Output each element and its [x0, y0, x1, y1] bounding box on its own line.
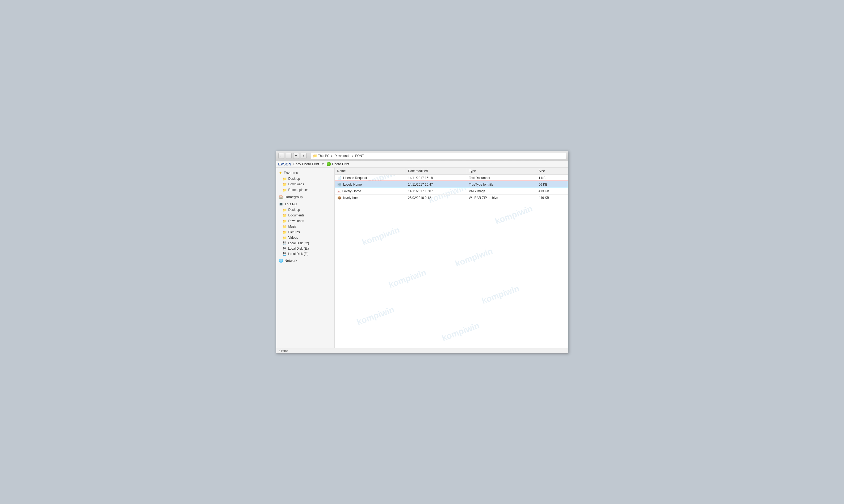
sidebar-item-recent-fav[interactable]: 📁 Recent places [276, 187, 334, 193]
watermark-5: kompiwin [454, 246, 494, 268]
folder-icon: 📁 [282, 177, 287, 181]
col-size[interactable]: Size [536, 167, 568, 175]
sidebar-homegroup-header[interactable]: 🏠 Homegroup [276, 194, 334, 200]
sidebar-item-label: Local Disk (F:) [288, 252, 309, 256]
sidebar-item-downloads-pc[interactable]: 📁 Downloads [276, 218, 334, 224]
sidebar-item-label: Recent places [289, 188, 309, 192]
watermark-6: kompiwin [387, 267, 428, 290]
folder-icon: 📁 [282, 188, 287, 192]
file-type-icon: 📄 [337, 176, 341, 180]
sidebar-item-downloads-fav[interactable]: 📁 Downloads [276, 182, 334, 187]
file-date-cell: 25/02/2018 9:12 [406, 194, 466, 201]
col-name[interactable]: Name [335, 167, 406, 175]
folder-icon: 📁 [282, 208, 287, 212]
sidebar-item-label: Desktop [289, 177, 300, 181]
sidebar-item-desktop-fav[interactable]: 📁 Desktop [276, 176, 334, 182]
folder-icon: 📁 [282, 224, 287, 229]
table-row[interactable]: 🖼 Lovely-Home 14/11/2017 16:07 PNG image… [335, 188, 568, 194]
folder-icon: 📁 [282, 236, 287, 240]
sidebar-item-documents-pc[interactable]: 📁 Documents [276, 213, 334, 218]
sidebar-thispc-section: 💻 This PC 📁 Desktop 📁 Documents 📁 Downlo… [276, 201, 334, 256]
sidebar-thispc-header[interactable]: 💻 This PC [276, 201, 334, 207]
content-area: ★ Favorites 📁 Desktop 📁 Downloads 📁 Rece… [276, 167, 568, 348]
file-date-cell: 14/11/2017 16:18 [406, 175, 466, 181]
sidebar-item-label: Desktop [289, 208, 300, 212]
explorer-window: ← → ▼ ↑ 📁 This PC ► Downloads ► FONT EPS… [276, 151, 568, 354]
sidebar-item-desktop-pc[interactable]: 📁 Desktop [276, 207, 334, 213]
photo-print-button[interactable]: Photo Print [327, 162, 349, 166]
file-size-cell: 446 KB [536, 194, 568, 201]
col-type[interactable]: Type [466, 167, 536, 175]
sidebar-item-label: Local Disk (E:) [288, 247, 309, 250]
table-row[interactable]: 📦 lovely-home 25/02/2018 9:12 WinRAR ZIP… [335, 194, 568, 201]
file-size-cell: 1 KB [536, 175, 568, 181]
file-type-cell: TrueType font file [466, 181, 536, 188]
sidebar-item-label: Local Disk (C:) [288, 241, 309, 245]
easy-photo-label: Easy Photo Print [293, 162, 319, 166]
watermark-4: kompiwin [361, 224, 401, 247]
status-count: 4 items [279, 349, 288, 353]
epson-label: EPSON [278, 162, 291, 166]
file-type-icon: 📦 [337, 196, 341, 200]
watermark-7: kompiwin [480, 283, 520, 306]
up-button[interactable]: ↑ [300, 153, 307, 159]
sidebar-network-section: 🌐 Network [276, 257, 334, 264]
address-folder-icon: 📁 [313, 154, 317, 158]
address-bar[interactable]: 📁 This PC ► Downloads ► FONT [311, 153, 566, 159]
thispc-label: This PC [285, 202, 297, 206]
file-type-cell: WinRAR ZIP archive [466, 194, 536, 201]
epson-toolbar: EPSON Easy Photo Print ▼ Photo Print [276, 161, 568, 167]
sidebar-homegroup-section: 🏠 Homegroup [276, 194, 334, 200]
file-name: Lovely-Home [342, 189, 361, 193]
homegroup-icon: 🏠 [279, 195, 283, 199]
green-circle-icon [327, 162, 331, 166]
sidebar-item-label: Downloads [289, 219, 304, 223]
disk-icon: 💾 [282, 247, 287, 250]
sidebar-item-music-pc[interactable]: 📁 Music [276, 224, 334, 230]
folder-icon: 📁 [282, 214, 287, 217]
sidebar-network-header[interactable]: 🌐 Network [276, 257, 334, 264]
file-name-cell: 📦 lovely-home [335, 194, 406, 201]
nav-separator [309, 153, 309, 159]
forward-button[interactable]: → [286, 153, 292, 159]
path-sep-2: ► [351, 154, 354, 158]
title-bar: ← → ▼ ↑ 📁 This PC ► Downloads ► FONT [276, 151, 568, 161]
file-type-cell: PNG image [466, 188, 536, 194]
file-name-cell: 🔠 Lovely Home [335, 181, 406, 188]
folder-icon: 📁 [282, 230, 287, 234]
path-part-downloads: Downloads [334, 154, 350, 158]
sidebar-item-diskc[interactable]: 💾 Local Disk (C:) [276, 240, 334, 246]
back-button[interactable]: ← [278, 153, 284, 159]
file-name: lovely-home [343, 196, 360, 200]
network-icon: 🌐 [279, 259, 283, 263]
file-type-cell: Text Document [466, 175, 536, 181]
watermark-8: kompiwin [356, 304, 396, 327]
file-date-cell: 14/11/2017 15:47 [406, 181, 466, 188]
path-part-font: FONT [355, 154, 364, 158]
sidebar-item-diskf[interactable]: 💾 Local Disk (F:) [276, 251, 334, 256]
sidebar-favorites-header[interactable]: ★ Favorites [276, 170, 334, 176]
table-row[interactable]: 🔠 Lovely Home 14/11/2017 15:47 TrueType … [335, 181, 568, 188]
sidebar-item-label: Documents [289, 214, 305, 217]
sidebar-favorites-section: ★ Favorites 📁 Desktop 📁 Downloads 📁 Rece… [276, 170, 334, 193]
star-icon: ★ [279, 171, 282, 175]
homegroup-label: Homegroup [285, 195, 303, 199]
table-row[interactable]: 📄 License Request 14/11/2017 16:18 Text … [335, 175, 568, 181]
dropdown-nav-button[interactable]: ▼ [293, 153, 299, 159]
sidebar-item-pictures-pc[interactable]: 📁 Pictures [276, 230, 334, 235]
watermark-9: kompiwin [441, 320, 481, 343]
path-part-thispc: This PC [318, 154, 330, 158]
toolbar-separator: ▼ [321, 162, 325, 166]
file-table: Name Date modified Type Size 📄 License R… [335, 167, 568, 201]
disk-icon: 💾 [282, 241, 287, 245]
col-date[interactable]: Date modified [406, 167, 466, 175]
file-size-cell: 56 KB [536, 181, 568, 188]
folder-icon: 📁 [282, 182, 287, 186]
file-type-icon: 🔠 [337, 183, 341, 186]
file-name: License Request [343, 176, 367, 180]
file-type-icon: 🖼 [337, 189, 341, 193]
sidebar-item-videos-pc[interactable]: 📁 Videos [276, 235, 334, 240]
sidebar-item-diske[interactable]: 💾 Local Disk (E:) [276, 246, 334, 251]
disk-icon: 💾 [282, 252, 287, 256]
status-bar: 4 items [276, 348, 568, 353]
